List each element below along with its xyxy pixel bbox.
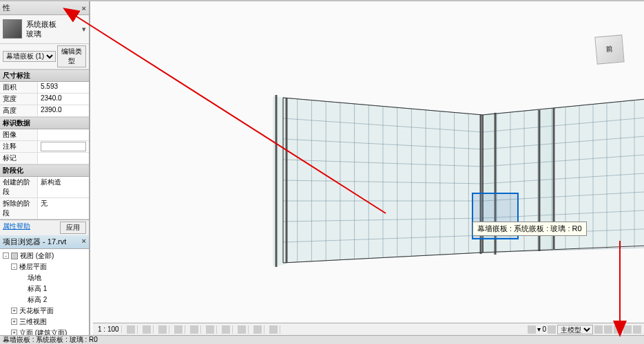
tree-label: 标高 1 <box>28 284 47 294</box>
expand-icon[interactable]: + <box>11 308 17 314</box>
prop-value[interactable]: 新构造 <box>38 177 89 197</box>
section-identity: 标识数据 <box>0 117 89 129</box>
rendering-icon[interactable] <box>190 325 198 334</box>
prop-value[interactable]: 2390.0 <box>38 105 89 116</box>
close-icon[interactable]: × <box>82 4 86 12</box>
collapse-icon[interactable]: - <box>11 264 17 270</box>
prop-label: 创建的阶段 <box>0 177 38 197</box>
browser-title: 项目浏览器 - 17.rvt <box>3 237 66 247</box>
model-combo[interactable]: 主模型 <box>557 325 593 334</box>
edit-type-button[interactable]: 编辑类型 <box>57 45 86 67</box>
prop-label: 标记 <box>0 153 38 164</box>
tree-item[interactable]: +立面 (建筑立面) <box>1 327 87 335</box>
prop-label: 注释 <box>0 141 38 152</box>
viewport-3d[interactable]: 前 <box>90 1 644 335</box>
apply-button[interactable]: 应用 <box>60 222 86 234</box>
reveal-hidden-icon[interactable] <box>269 325 278 334</box>
prop-value[interactable]: 无 <box>38 198 89 219</box>
properties-grid: 尺寸标注 面积5.593 宽度2340.0 高度2390.0 标识数据 图像 注… <box>0 69 89 219</box>
close-icon[interactable]: × <box>82 237 86 247</box>
chevron-down-icon[interactable]: ▾ <box>82 25 86 34</box>
tree-label: 三维视图 <box>19 317 47 327</box>
prop-label: 拆除的阶段 <box>0 198 38 219</box>
type-name: 玻璃 <box>26 29 82 39</box>
view-control-bar: 1 : 100 ▾ 0 主模型 <box>93 323 644 335</box>
type-thumbnail <box>3 19 22 39</box>
tree-item[interactable]: 标高 1 <box>1 283 87 294</box>
tree-label: 立面 (建筑立面) <box>19 328 67 335</box>
tree-item[interactable]: -视图 (全部) <box>1 250 87 261</box>
viewcube[interactable]: 前 <box>589 29 630 70</box>
select-pinned-icon[interactable] <box>614 325 622 334</box>
expand-icon[interactable]: + <box>11 319 17 325</box>
crop-region-icon[interactable] <box>222 325 230 334</box>
tree-item[interactable]: 标高 2 <box>1 294 87 305</box>
type-selector[interactable]: 系统嵌板 玻璃 ▾ <box>0 15 89 44</box>
browser-header: 项目浏览器 - 17.rvt × <box>0 235 89 249</box>
expand-icon[interactable]: + <box>11 330 17 335</box>
type-family: 系统嵌板 <box>26 19 82 29</box>
prop-value[interactable] <box>38 141 89 152</box>
selection-count: ▾ 0 <box>537 325 546 333</box>
tree-label: 天花板平面 <box>19 306 54 316</box>
crop-view-icon[interactable] <box>206 325 214 334</box>
prop-value[interactable] <box>38 153 89 164</box>
tree-label: 场地 <box>28 273 41 283</box>
tree-label: 标高 2 <box>28 295 47 305</box>
properties-help-link[interactable]: 属性帮助 <box>3 222 30 234</box>
prop-label: 高度 <box>0 105 38 116</box>
select-face-icon[interactable] <box>623 325 632 334</box>
section-phasing: 阶段化 <box>0 164 89 177</box>
tree-label: 视图 (全部) <box>20 251 54 261</box>
status-bar: 幕墙嵌板 : 系统嵌板 : 玻璃 : R0 <box>0 335 644 344</box>
comments-input[interactable] <box>41 142 86 151</box>
element-tooltip: 幕墙嵌板 : 系统嵌板 : 玻璃 : R0 <box>472 222 587 236</box>
drag-elements-icon[interactable] <box>633 325 641 334</box>
select-links-icon[interactable] <box>594 325 603 334</box>
properties-title: 性 <box>3 3 10 13</box>
section-dimensions: 尺寸标注 <box>0 69 89 82</box>
tree-item[interactable]: +三维视图 <box>1 316 87 327</box>
prop-value[interactable]: 2340.0 <box>38 94 89 105</box>
properties-panel-header: 性 × <box>0 1 89 15</box>
tree-item[interactable]: -楼层平面 <box>1 261 87 272</box>
prop-value[interactable]: 5.593 <box>38 82 89 93</box>
shadows-icon[interactable] <box>174 325 183 334</box>
lock-3d-icon[interactable] <box>238 325 246 334</box>
sun-path-icon[interactable] <box>158 325 167 334</box>
prop-label: 图像 <box>0 129 38 140</box>
project-browser-tree[interactable]: -视图 (全部)-楼层平面场地标高 1标高 2+天花板平面+三维视图+立面 (建… <box>0 249 89 335</box>
temp-hide-icon[interactable] <box>253 325 262 334</box>
tree-item[interactable]: +天花板平面 <box>1 305 87 316</box>
visual-style-icon[interactable] <box>143 325 151 334</box>
prop-value[interactable] <box>38 129 89 140</box>
filter-icon[interactable] <box>528 325 536 334</box>
status-text: 幕墙嵌板 : 系统嵌板 : 玻璃 : R0 <box>3 335 641 344</box>
tree-label: 楼层平面 <box>19 262 47 272</box>
prop-label: 面积 <box>0 82 38 93</box>
prop-label: 宽度 <box>0 94 38 105</box>
collapse-icon[interactable]: - <box>3 252 9 259</box>
select-underlay-icon[interactable] <box>604 325 612 334</box>
detail-level-icon[interactable] <box>127 325 135 334</box>
worksets-icon[interactable] <box>548 325 556 334</box>
svg-marker-4 <box>273 96 287 266</box>
scale-control[interactable]: 1 : 100 <box>96 325 122 333</box>
curtain-wall-model <box>207 77 644 270</box>
viewcube-face[interactable]: 前 <box>594 34 624 64</box>
tree-item[interactable]: 场地 <box>1 272 87 283</box>
instance-selector[interactable]: 幕墙嵌板 (1) <box>3 51 56 62</box>
folder-icon <box>11 252 18 259</box>
